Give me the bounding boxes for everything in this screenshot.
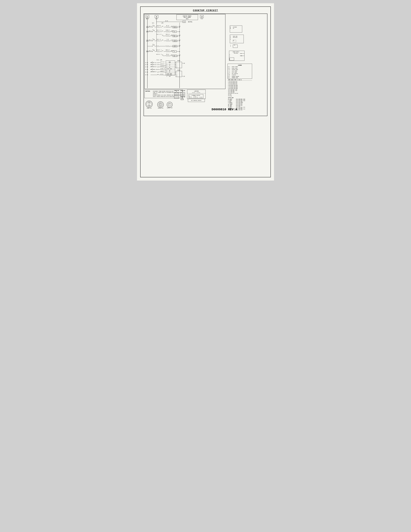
svg-text:Y.-YELLOW: Y.-YELLOW <box>228 103 232 104</box>
svg-text:O/BK-11: O/BK-11 <box>166 30 169 31</box>
svg-text:4: 4 <box>177 67 177 68</box>
svg-text:Y-11: Y-11 <box>167 39 169 40</box>
svg-text:C: C <box>182 97 183 99</box>
svg-text:8    12    150    EXL-150  332: 8 12 150 EXL-150 3321 <box>228 87 238 88</box>
svg-text:GY-20: GY-20 <box>145 66 148 67</box>
svg-point-89 <box>154 39 155 40</box>
svg-text:GY/O-14: GY/O-14 <box>160 63 164 65</box>
svg-text:GY/R-14: GY/R-14 <box>160 66 164 67</box>
svg-text:23   18   200          3573: 23 18 200 3573 <box>236 103 243 104</box>
svg-text:2A: 2A <box>152 29 154 30</box>
svg-text:40   18   200   SEW-1  3122: 40 18 200 SEW-1 3122 <box>236 109 245 109</box>
svg-text:37   14   200: 37 14 200 <box>236 106 240 107</box>
svg-text:R-6: R-6 <box>179 55 180 56</box>
svg-text:Y-22: Y-22 <box>182 63 185 64</box>
svg-text:W.Z. - WARMER ZONE: W.Z. - WARMER ZONE <box>228 77 238 78</box>
svg-text:W-14: W-14 <box>165 20 168 22</box>
svg-text:A1: A1 <box>162 30 163 32</box>
svg-text:R-6: R-6 <box>179 45 180 46</box>
svg-text:18   10   200   SEW-1  3122: 18 10 200 SEW-1 3122 <box>236 99 245 99</box>
svg-text:1: 1 <box>177 63 177 64</box>
svg-text:RR: RR <box>169 70 170 71</box>
svg-text:14   20    150    EXL-150  332: 14 20 150 EXL-150 3321 <box>228 93 238 94</box>
svg-text:4    12    125    CL1251   317: 4 12 125 CL1251 3173 <box>228 84 237 85</box>
svg-text:BL.-BLUE: BL.-BLUE <box>228 105 232 106</box>
svg-rect-281 <box>230 57 234 60</box>
svg-text:B1: B1 <box>158 62 159 63</box>
svg-text:COOKTOP POWER/: COOKTOP POWER/ <box>183 16 192 17</box>
svg-text:GY/O-20: GY/O-20 <box>153 64 157 65</box>
svg-text:PCB-0011: PCB-0011 <box>234 53 238 54</box>
svg-text:GY-20: GY-20 <box>145 62 148 63</box>
svg-text:HOC1: HOC1 <box>186 18 188 19</box>
svg-text:ELM 1: ELM 1 <box>159 103 162 104</box>
svg-text:H.S. LIM.: H.S. LIM. <box>157 59 162 61</box>
svg-text:Y-22: Y-22 <box>182 76 185 77</box>
svg-text:1    18    125    CL1251   317: 1 18 125 CL1251 3173 <box>228 81 237 82</box>
svg-text:P34: P34 <box>183 21 185 23</box>
svg-text:P36: P36 <box>175 40 177 42</box>
svg-line-209 <box>159 67 166 67</box>
svg-text:5: 5 <box>167 70 167 71</box>
svg-text:2A: 2A <box>195 96 196 96</box>
svg-text:LF: LF <box>169 65 170 66</box>
svg-text:CAUTION:: CAUTION: <box>145 91 150 92</box>
svg-rect-416 <box>144 14 267 116</box>
svg-text:GY-14: GY-14 <box>160 74 163 75</box>
svg-text:1: 1 <box>177 72 177 73</box>
svg-text:13   10    250             325: 13 10 250 3252 <box>228 92 234 93</box>
svg-text:BK-11: BK-11 <box>149 39 152 41</box>
svg-line-29 <box>152 26 154 27</box>
svg-text:TRIPLE ELM: TRIPLE ELM <box>158 108 163 109</box>
svg-line-109 <box>152 45 154 46</box>
svg-text:P15: P15 <box>173 56 175 57</box>
svg-text:4: 4 <box>230 56 230 57</box>
svg-line-53 <box>152 30 154 31</box>
svg-text:B5: B5 <box>158 72 159 73</box>
svg-text:P32: P32 <box>176 36 177 37</box>
svg-text:R-5: R-5 <box>179 26 180 27</box>
svg-text:GY/R-20: GY/R-20 <box>153 66 157 67</box>
svg-text:P28: P28 <box>173 46 175 47</box>
svg-text:1100W: 1100W <box>148 103 150 104</box>
svg-line-217 <box>159 69 166 70</box>
svg-text:W/BR-20: W/BR-20 <box>153 71 157 72</box>
svg-rect-381 <box>177 97 178 98</box>
svg-point-162 <box>151 62 151 63</box>
svg-text:A: A <box>176 91 177 92</box>
svg-text:2    16    125    CL1251   317: 2 16 125 CL1251 3173 <box>228 82 237 83</box>
svg-text:38   14   200   SEW-1  3122: 38 14 200 SEW-1 3122 <box>236 107 245 108</box>
svg-text:A4: A4 <box>162 50 163 51</box>
svg-text:P8: P8 <box>176 56 177 57</box>
svg-text:W-5: W-5 <box>152 22 154 24</box>
svg-text:6: 6 <box>167 71 167 73</box>
svg-text:W/BR-14: W/BR-14 <box>160 71 164 72</box>
svg-text:N: N <box>156 16 157 18</box>
svg-line-201 <box>159 65 166 66</box>
svg-text:2A: 2A <box>152 38 154 40</box>
svg-text:B6: B6 <box>158 74 159 75</box>
svg-text:36   18   200          3512: 36 18 200 3512 <box>236 105 243 106</box>
svg-text:J10: J10 <box>169 62 171 63</box>
svg-text:GY/BL-14: GY/BL-14 <box>160 68 165 69</box>
svg-point-30 <box>154 26 155 26</box>
svg-text:A5: A5 <box>162 55 163 56</box>
svg-text:R-6: R-6 <box>179 39 180 41</box>
svg-text:P26: P26 <box>173 27 175 28</box>
svg-text:2A: 2A <box>152 25 154 26</box>
svg-text:P16: P16 <box>173 40 175 42</box>
svg-text:2A: 2A <box>152 44 154 45</box>
svg-text:H.S. - HOT SURFACE: H.S. - HOT SURFACE <box>228 73 238 74</box>
svg-text:NOT USED: NOT USED <box>168 68 172 69</box>
page-title: COOKTOP CIRCUIT <box>143 9 268 12</box>
svg-text:ELM L.R.: ELM L.R. <box>157 39 161 40</box>
svg-rect-395 <box>182 99 183 100</box>
svg-text:P2: P2 <box>174 51 175 52</box>
svg-point-52 <box>152 31 152 32</box>
svg-text:P37: P37 <box>175 46 177 47</box>
svg-text:P9: P9 <box>233 40 234 41</box>
svg-text:4: 4 <box>230 46 231 47</box>
svg-text:4: 4 <box>177 76 177 77</box>
svg-text:R.-RED: R.-RED <box>228 101 231 102</box>
svg-text:G.-GREEN: G.-GREEN <box>228 100 232 101</box>
